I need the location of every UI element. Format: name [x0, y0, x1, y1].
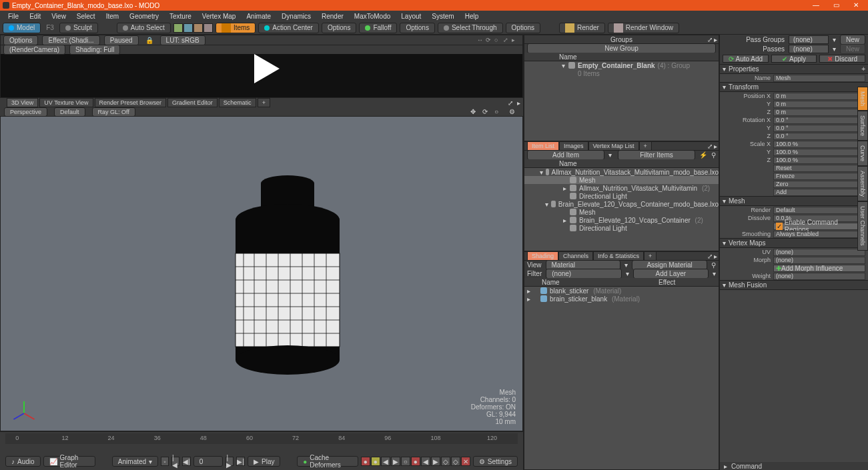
rp-paused[interactable]: Paused: [104, 35, 139, 45]
goto-end-button[interactable]: ▶|: [236, 457, 245, 466]
tab-channels[interactable]: Channels: [558, 251, 593, 261]
rp-options[interactable]: Options: [3, 35, 38, 45]
vtab-assembly[interactable]: Assembly: [857, 166, 868, 201]
tab-add[interactable]: +: [644, 251, 657, 261]
menu-geometry[interactable]: Geometry: [124, 11, 164, 21]
next-frame-button[interactable]: |▶: [226, 457, 234, 466]
tab-shading[interactable]: Shading: [527, 251, 558, 261]
uv-dropdown[interactable]: (none): [773, 249, 865, 256]
tab-uvview[interactable]: UV Texture View: [39, 98, 93, 107]
menu-animate[interactable]: Animate: [241, 11, 276, 21]
zoom-icon[interactable]: ○: [494, 108, 498, 115]
key-tools[interactable]: ●●◀▶ ○●◀▶ ◇◇✕: [361, 457, 470, 466]
filter-icon[interactable]: ⚡: [699, 151, 707, 159]
tab-info[interactable]: Info & Statistics: [593, 251, 644, 261]
autoadd-button[interactable]: ⟳Auto Add: [723, 55, 769, 63]
frame-field[interactable]: 0: [193, 456, 224, 467]
item-row[interactable]: Mesh: [524, 176, 719, 184]
addlayer-button[interactable]: Add Layer: [633, 269, 709, 279]
maximize-button[interactable]: ▭: [832, 1, 840, 9]
rp-camera[interactable]: (RenderCamera): [3, 45, 65, 55]
detach-icon[interactable]: ▸: [517, 99, 520, 107]
new-pass-button[interactable]: New: [840, 35, 865, 45]
tab-add[interactable]: +: [258, 98, 270, 107]
close-button[interactable]: ✕: [852, 1, 860, 9]
settings-button[interactable]: ⚙Settings: [473, 456, 518, 467]
scaley-field[interactable]: 100.0 %: [773, 149, 859, 156]
passes-dropdown[interactable]: (none): [789, 45, 829, 53]
items-tab[interactable]: Items: [215, 23, 256, 33]
menu-render[interactable]: Render: [316, 11, 349, 21]
item-row[interactable]: Mesh: [524, 208, 719, 216]
apply-button[interactable]: ✔Apply: [771, 55, 817, 63]
detach-icon[interactable]: ▸: [714, 36, 717, 43]
mesh-object[interactable]: [234, 167, 348, 381]
morph-dropdown[interactable]: (none): [773, 257, 865, 264]
menu-texture[interactable]: Texture: [164, 11, 197, 21]
maximize-icon[interactable]: ⤢: [707, 36, 713, 43]
falloff-button[interactable]: Falloff: [359, 23, 397, 33]
vtab-userchannels[interactable]: User Channels: [857, 201, 868, 251]
menu-item[interactable]: Item: [101, 11, 124, 21]
actioncenter-button[interactable]: Action Center: [258, 23, 319, 33]
3d-viewport[interactable]: Mesh Channels: 0 Deformers: ON GL: 9,944…: [0, 116, 523, 431]
reset-dropdown[interactable]: Reset: [773, 165, 865, 172]
tab-images[interactable]: Images: [559, 141, 588, 151]
vp-raygl[interactable]: Ray GL: Off: [92, 107, 135, 117]
rp-corner-icons[interactable]: ↔⟳○⤢▸: [477, 37, 518, 43]
rp-lut[interactable]: LUT: sRGB: [160, 35, 205, 45]
rotate-icon[interactable]: ⟳: [482, 108, 488, 115]
vp-default[interactable]: Default: [54, 107, 85, 117]
menu-file[interactable]: File: [3, 11, 24, 21]
scalez-field[interactable]: 100.0 %: [773, 157, 859, 164]
posy-field[interactable]: 0 m: [773, 101, 859, 108]
additem-button[interactable]: Add Item: [527, 150, 604, 160]
item-row[interactable]: ▾Allmax_Nutrition_Vitastack_Multivitamin…: [524, 168, 719, 176]
smoothing-dropdown[interactable]: Always Enabled: [773, 231, 865, 238]
minimize-button[interactable]: —: [812, 1, 820, 9]
filter-dropdown[interactable]: (none): [546, 269, 621, 279]
tab-itemlist[interactable]: Item List: [527, 141, 559, 151]
goto-start-button[interactable]: |◀: [171, 457, 179, 466]
menu-edit[interactable]: Edit: [24, 11, 46, 21]
options-button-1[interactable]: Options: [322, 23, 356, 33]
move-icon[interactable]: ✥: [470, 108, 476, 115]
passgroups-dropdown[interactable]: (none): [789, 35, 829, 44]
rp-shading[interactable]: Shading: Full: [69, 45, 120, 55]
tab-3dview[interactable]: 3D View: [7, 98, 38, 107]
roty-field[interactable]: 0.0 °: [773, 125, 859, 132]
search-icon[interactable]: ⚲: [711, 151, 716, 159]
menu-vertexmap[interactable]: Vertex Map: [197, 11, 242, 21]
vtab-curve[interactable]: Curve: [857, 141, 868, 166]
posx-field[interactable]: 0 m: [773, 93, 859, 100]
command-field[interactable]: Command: [731, 463, 762, 470]
item-row[interactable]: ▾Brain_Elevate_120_Vcaps_Container_modo_…: [524, 200, 719, 208]
prev-frame-button[interactable]: ◀|: [182, 457, 191, 466]
selectthrough-button[interactable]: Select Through: [438, 23, 503, 33]
scalex-field[interactable]: 100.0 %: [773, 141, 859, 148]
render-preview[interactable]: Options Effect: (Shadi... Paused 🔒 LUT: …: [0, 35, 523, 98]
vtab-mesh[interactable]: Mesh: [857, 87, 868, 111]
tab-add[interactable]: +: [639, 141, 652, 151]
render-dropdown[interactable]: Default: [773, 207, 865, 214]
menu-dynamics[interactable]: Dynamics: [276, 11, 316, 21]
options-button-3[interactable]: Options: [506, 23, 540, 33]
menu-system[interactable]: System: [426, 11, 459, 21]
shading-row[interactable]: ▸blank_sticker (Material): [524, 287, 719, 295]
vp-perspective[interactable]: Perspective: [4, 107, 47, 117]
cache-button[interactable]: ●Cache Deformers: [297, 456, 358, 467]
maximize-icon[interactable]: ⤢: [508, 99, 513, 107]
weight-dropdown[interactable]: (none): [773, 273, 865, 280]
tab-gradienteditor[interactable]: Gradient Editor: [167, 98, 218, 107]
timeline-ruler[interactable]: 0 12 24 36 48 60 72 84 96 108 120: [5, 433, 518, 444]
menu-select[interactable]: Select: [71, 11, 101, 21]
grapheditor-button[interactable]: 📈Graph Editor: [43, 456, 96, 467]
tab-schematic[interactable]: Schematic: [219, 98, 256, 107]
render-button[interactable]: Render: [559, 23, 605, 33]
item-row[interactable]: ▸Brain_Elevate_120_Vcaps_Container (2): [524, 216, 719, 224]
sculpt-tab[interactable]: Sculpt: [59, 23, 98, 33]
menu-view[interactable]: View: [46, 11, 71, 21]
group-items-row[interactable]: 0 Items: [524, 69, 719, 77]
model-tab[interactable]: Model: [3, 23, 41, 33]
item-row[interactable]: Directional Light: [524, 224, 719, 232]
